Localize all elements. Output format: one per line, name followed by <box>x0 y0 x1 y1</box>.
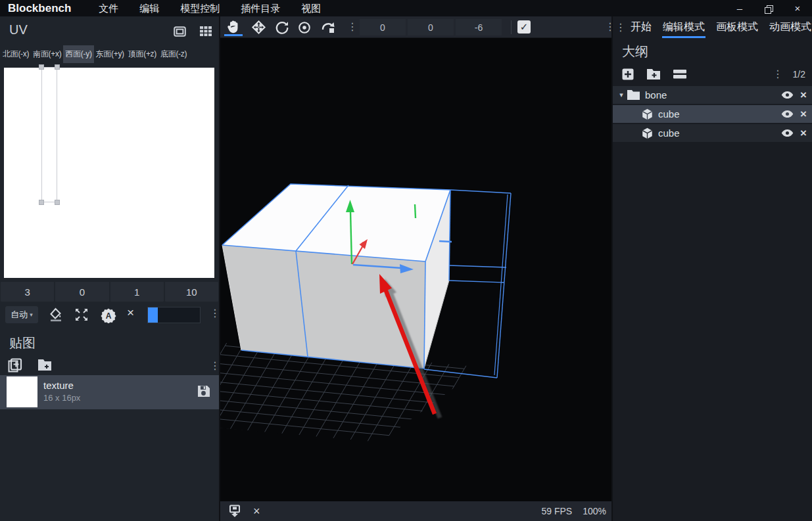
outliner-row-bone[interactable]: ▾ bone × <box>613 86 812 104</box>
delete-cube-button[interactable]: × <box>800 127 807 140</box>
import-texture-button[interactable] <box>38 359 51 371</box>
minimize-button[interactable]: – <box>725 0 754 16</box>
auto-uv-button[interactable]: A <box>101 307 116 323</box>
clear-uv-button[interactable]: × <box>127 306 134 320</box>
mode-tabs-menu-button[interactable]: ⋮ <box>615 22 626 33</box>
outliner-row-cube[interactable]: cube × <box>613 124 812 142</box>
position-z-input[interactable]: -6 <box>456 19 502 35</box>
menu-file[interactable]: 文件 <box>88 0 129 16</box>
hand-icon <box>226 19 241 34</box>
save-texture-button[interactable] <box>197 385 210 397</box>
uv-tab-east[interactable]: 东面(+y) <box>94 45 126 63</box>
visibility-toggle[interactable] <box>781 129 794 137</box>
outliner-tree: ▾ bone × cube <box>613 86 812 143</box>
uv-frame-toggle-button[interactable] <box>174 26 186 37</box>
uv-tab-bottom[interactable]: 底面(-z) <box>158 45 189 63</box>
uv-tab-west[interactable]: 西面(-y) <box>63 45 93 63</box>
create-texture-button[interactable] <box>8 358 22 373</box>
zoom-level: 100% <box>583 506 606 516</box>
maximize-uv-button[interactable] <box>74 307 89 322</box>
move-tool-button[interactable] <box>249 18 268 36</box>
textures-toolbar <box>0 357 220 374</box>
eye-icon <box>781 91 794 99</box>
visibility-toggle[interactable] <box>781 110 794 118</box>
expand-icon <box>74 307 89 322</box>
tab-animate-mode[interactable]: 动画模式 <box>769 17 812 38</box>
add-folder-icon <box>646 68 661 80</box>
outliner-menu-button[interactable]: ⋮ <box>773 69 783 79</box>
uv-height-input[interactable]: 10 <box>165 282 218 302</box>
uv-handle-bottom-left[interactable] <box>39 200 44 205</box>
vertex-snap-tool-button[interactable] <box>319 18 337 36</box>
slider-handle[interactable] <box>148 307 158 323</box>
position-y-input[interactable]: 0 <box>408 19 454 35</box>
3d-viewport[interactable] <box>220 39 613 501</box>
add-group-button[interactable] <box>646 68 661 80</box>
collapse-caret-icon[interactable]: ▾ <box>615 91 627 99</box>
delete-group-button[interactable]: × <box>800 89 807 102</box>
tab-edit-mode[interactable]: 编辑模式 <box>662 17 705 38</box>
uv-tab-north[interactable]: 北面(-x) <box>1 45 31 63</box>
blockbench-window: Blockbench 文件 编辑 模型控制 插件目录 视图 – × UV 北面(… <box>0 0 812 521</box>
pan-tool-button[interactable] <box>224 18 243 36</box>
pivot-tool-button[interactable] <box>295 18 314 36</box>
close-button[interactable]: × <box>783 0 812 16</box>
texture-list-item[interactable]: texture 16 x 16px <box>0 375 220 409</box>
viewport-statusbar: × 59 FPS 100% <box>220 501 613 521</box>
toggle-skin-button[interactable] <box>673 70 686 79</box>
tab-paint-mode[interactable]: 画板模式 <box>715 17 759 38</box>
rotate-tool-button[interactable] <box>273 18 291 36</box>
viewport-toolbar: ⋮ 0 0 -6 ✓ ⋮ <box>220 16 613 38</box>
close-preview-button[interactable]: × <box>253 505 260 518</box>
layers-bars-icon <box>673 70 686 79</box>
frame-icon <box>174 26 186 37</box>
uv-x-input[interactable]: 3 <box>1 282 54 302</box>
fps-counter: 59 FPS <box>541 506 572 516</box>
panel-divider-right[interactable] <box>611 16 613 521</box>
uv-rotation-slider[interactable] <box>147 307 201 323</box>
uv-handle-bottom-right[interactable] <box>55 200 60 205</box>
paint-bucket-icon <box>49 307 63 322</box>
uv-tab-top[interactable]: 顶面(+z) <box>126 45 158 63</box>
app-brand: Blockbench <box>8 2 71 15</box>
toolbar-menu-button[interactable]: ⋮ <box>347 22 358 32</box>
menu-plugins[interactable]: 插件目录 <box>230 0 291 16</box>
move-gizmo-icon <box>251 20 266 35</box>
cube-name[interactable]: cube <box>658 127 680 139</box>
cube-name[interactable]: cube <box>658 108 680 120</box>
folder-icon <box>627 90 640 100</box>
mode-tab-bar: ⋮ 开始 编辑模式 画板模式 动画模式 <box>613 16 812 38</box>
uv-canvas[interactable] <box>4 68 214 278</box>
delete-cube-button[interactable]: × <box>800 108 807 121</box>
uv-mode-dropdown[interactable]: 自动 ▾ <box>5 306 38 323</box>
menu-edit[interactable]: 编辑 <box>129 0 170 16</box>
uv-selection-box[interactable] <box>41 67 57 202</box>
chevron-down-icon: ▾ <box>30 311 33 318</box>
menu-view[interactable]: 视图 <box>291 0 331 16</box>
cube-mesh[interactable] <box>222 184 450 369</box>
menu-model-control[interactable]: 模型控制 <box>170 0 230 16</box>
outliner-row-cube-selected[interactable]: cube × <box>613 105 812 123</box>
panel-divider-left[interactable] <box>219 16 220 521</box>
uv-toolbar: 自动 ▾ A × <box>0 304 220 325</box>
group-name[interactable]: bone <box>645 89 667 101</box>
toolbar-divider <box>511 20 512 34</box>
add-cube-button[interactable] <box>621 68 634 81</box>
uv-y-input[interactable]: 0 <box>55 282 108 302</box>
uv-handle-top-right[interactable] <box>55 64 60 70</box>
screenshot-button[interactable] <box>228 505 241 518</box>
uv-handle-top-left[interactable] <box>39 64 44 70</box>
rotate-icon <box>275 20 289 35</box>
uv-tab-south[interactable]: 南面(+x) <box>31 45 63 63</box>
target-icon <box>297 20 312 35</box>
visibility-toggle[interactable] <box>781 91 794 99</box>
uv-grid-toggle-button[interactable] <box>200 26 212 36</box>
uv-width-input[interactable]: 1 <box>110 282 164 302</box>
position-x-input[interactable]: 0 <box>360 19 406 35</box>
statusbar-stats: 59 FPS 100% <box>541 506 606 516</box>
import-image-icon <box>38 359 51 371</box>
restore-button[interactable] <box>754 0 783 16</box>
rescale-checkbox[interactable]: ✓ <box>517 20 531 34</box>
apply-texture-button[interactable] <box>49 307 63 322</box>
tab-start[interactable]: 开始 <box>630 17 652 38</box>
